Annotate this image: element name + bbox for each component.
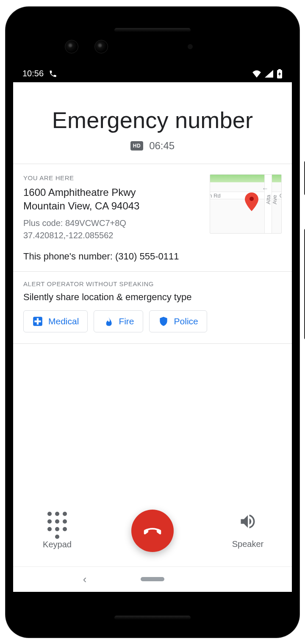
battery-charging-icon [277, 69, 283, 78]
location-card: YOU ARE HERE 1600 Amphitheatre Pkwy Moun… [13, 164, 292, 272]
coordinates: 37.420812,-122.085562 [23, 229, 202, 242]
call-duration: 06:45 [149, 140, 175, 152]
front-camera-2 [94, 40, 108, 53]
plus-code: Plus code: 849VCWC7+8Q [23, 217, 202, 229]
device-frame: 10:56 [0, 0, 305, 644]
earpiece-top [114, 28, 191, 32]
alert-label: ALERT OPERATOR WITHOUT SPEAKING [23, 280, 282, 287]
android-nav-bar: ‹ [13, 566, 292, 592]
map-road-label: ston Rd [210, 192, 221, 199]
nav-home-pill[interactable] [141, 577, 164, 581]
alert-card: ALERT OPERATOR WITHOUT SPEAKING Silently… [13, 272, 292, 343]
keypad-label: Keypad [43, 540, 72, 549]
cell-signal-icon [265, 70, 273, 78]
fire-button-label: Fire [119, 316, 134, 326]
map-arrow-icon: ← [262, 185, 269, 192]
svg-rect-1 [278, 69, 281, 70]
medical-button-label: Medical [48, 316, 79, 326]
fire-button[interactable]: Fire [94, 310, 143, 332]
speaker-button[interactable]: Speaker [214, 512, 282, 549]
speaker-bottom [114, 616, 191, 620]
address-line-1: 1600 Amphitheatre Pkwy [23, 186, 202, 199]
hangup-icon [141, 519, 164, 542]
call-title: Emergency number [23, 107, 282, 133]
police-button[interactable]: Police [149, 310, 207, 332]
address-line-2: Mountain View, CA 94043 [23, 199, 202, 213]
map-pin-icon [245, 192, 258, 211]
location-label: YOU ARE HERE [23, 174, 202, 181]
end-call-button[interactable] [131, 510, 174, 552]
front-camera-1 [65, 40, 78, 53]
keypad-button[interactable]: Keypad [23, 512, 91, 549]
speaker-icon [238, 512, 257, 531]
wifi-icon [252, 70, 261, 78]
svg-point-2 [250, 197, 254, 201]
call-controls: Keypad Speaker [13, 497, 292, 566]
hd-badge: HD [130, 141, 143, 151]
phone-icon [49, 70, 57, 78]
map-road-label: Cl [280, 192, 282, 199]
proximity-sensor [188, 44, 193, 49]
keypad-icon [47, 512, 67, 531]
fire-icon [103, 316, 114, 327]
phone-number: This phone's number: (310) 555-0111 [23, 251, 202, 262]
status-bar: 10:56 [13, 65, 292, 82]
speaker-label: Speaker [232, 539, 264, 549]
police-button-label: Police [174, 316, 198, 326]
status-time: 10:56 [22, 69, 44, 78]
medical-button[interactable]: Medical [23, 310, 88, 332]
shield-icon [158, 316, 169, 327]
divider [13, 343, 292, 344]
screen: Emergency number HD 06:45 YOU ARE HERE 1… [13, 82, 292, 592]
map-thumbnail[interactable]: ston Rd Alta Ave Cl ← [210, 174, 282, 234]
phone-body: 10:56 [6, 7, 299, 638]
alert-description: Silently share location & emergency type [23, 292, 282, 303]
svg-rect-5 [34, 321, 41, 322]
medical-cross-icon [32, 316, 43, 327]
nav-back-icon[interactable]: ‹ [83, 573, 87, 586]
